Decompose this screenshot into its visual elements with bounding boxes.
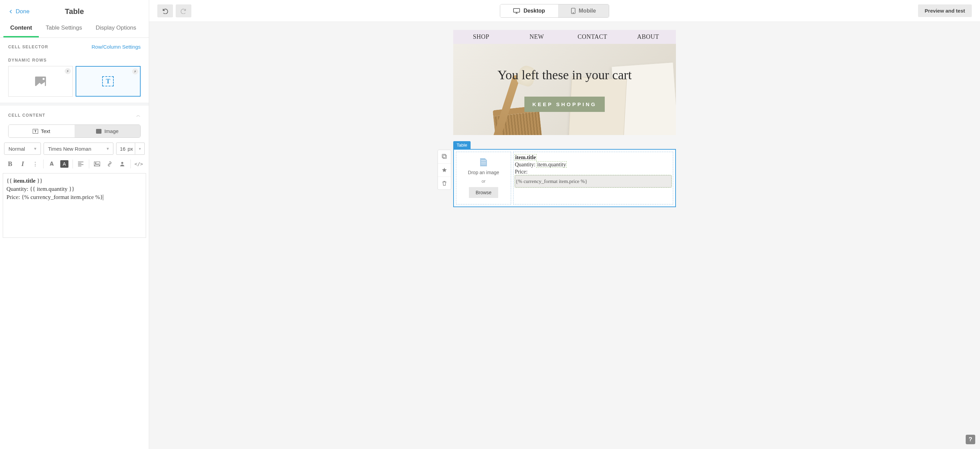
font-size-unit: px xyxy=(128,146,133,152)
drop-or-label: or xyxy=(482,179,485,184)
svg-point-5 xyxy=(95,163,96,163)
save-block-button[interactable] xyxy=(438,163,451,176)
canvas-area: Desktop Mobile Preview and test SHOP NEW… xyxy=(149,0,980,449)
redo-button[interactable] xyxy=(176,5,191,17)
undo-icon xyxy=(162,8,169,14)
dynamic-row-text-cell[interactable]: ⚡︎ T xyxy=(76,66,141,97)
editor-line: {{ item.title }} xyxy=(6,177,142,185)
person-icon xyxy=(119,161,125,167)
collapse-section-button[interactable]: ︿ xyxy=(136,112,141,118)
drop-image-label: Drop an image xyxy=(468,170,499,175)
file-icon xyxy=(480,158,487,167)
table-block[interactable]: Drop an image or Browse item.title Quant… xyxy=(453,149,676,207)
copy-icon xyxy=(442,154,447,159)
token-item-price: {% currency_format item.price %} xyxy=(515,175,671,187)
canvas-toolbar: Desktop Mobile Preview and test xyxy=(149,0,980,22)
bg-color-button[interactable]: A xyxy=(58,158,70,170)
tab-display-options[interactable]: Display Options xyxy=(89,20,143,37)
dynamic-row-image-cell[interactable]: ⚡︎ xyxy=(8,66,73,97)
tab-table-settings[interactable]: Table Settings xyxy=(39,20,89,37)
tab-content[interactable]: Content xyxy=(3,20,39,37)
table-block-tag: Table xyxy=(453,141,471,149)
text-type-icon: T xyxy=(33,129,38,134)
text-style-value: Normal xyxy=(8,146,25,152)
content-type-text-label: Text xyxy=(41,128,50,134)
content-type-text[interactable]: T Text xyxy=(8,125,75,137)
text-frame-icon: T xyxy=(102,76,114,86)
insert-personalization-button[interactable] xyxy=(116,158,128,170)
content-type-image[interactable]: Image xyxy=(75,125,141,137)
text-cell[interactable]: item.title Quantity: item.quantity Price… xyxy=(513,152,673,205)
panel-title: Table xyxy=(65,7,84,16)
image-icon xyxy=(94,162,100,167)
trash-icon xyxy=(442,181,447,186)
content-type-toggle: T Text Image xyxy=(8,124,141,138)
browse-button[interactable]: Browse xyxy=(469,187,498,198)
text-editor[interactable]: {{ item.title }} Quantity: {{ item.quant… xyxy=(3,173,146,238)
toolbar-separator xyxy=(89,160,89,168)
dynamic-rows-label: DYNAMIC ROWS xyxy=(8,58,141,63)
editor-line: Quantity: {{ item.quantity }} xyxy=(6,185,142,193)
svg-rect-11 xyxy=(442,154,446,158)
font-family-value: Times New Roman xyxy=(48,146,91,152)
hero-block[interactable]: You left these in your cart KEEP SHOPPIN… xyxy=(453,44,676,135)
toolbar-separator xyxy=(43,160,44,168)
block-floating-tools xyxy=(438,150,451,190)
font-family-select[interactable]: Times New Roman ▼ xyxy=(44,143,113,155)
desktop-icon xyxy=(513,8,520,14)
row-column-settings-link[interactable]: Row/Column Settings xyxy=(92,44,141,50)
font-size-dropdown[interactable]: ▾ xyxy=(135,143,145,155)
token-item-title: item.title xyxy=(515,154,536,160)
email-preview: SHOP NEW CONTACT ABOUT You left these in… xyxy=(453,30,676,449)
font-size-input[interactable]: 16 px xyxy=(116,143,135,155)
bolt-icon: ⚡︎ xyxy=(132,68,138,75)
duplicate-block-button[interactable] xyxy=(438,150,451,163)
delete-block-button[interactable] xyxy=(438,176,451,189)
device-switch: Desktop Mobile xyxy=(500,4,609,18)
done-label: Done xyxy=(16,8,30,15)
code-view-button[interactable]: </> xyxy=(133,158,145,170)
bolt-icon: ⚡︎ xyxy=(65,68,71,74)
more-format-button[interactable]: ⋮ xyxy=(29,158,41,170)
preview-and-test-button[interactable]: Preview and test xyxy=(918,5,972,17)
help-button[interactable]: ? xyxy=(966,435,975,444)
font-size-value: 16 xyxy=(120,146,126,152)
align-button[interactable] xyxy=(75,158,86,170)
cell-line: Quantity: item.quantity xyxy=(515,161,671,168)
insert-link-button[interactable] xyxy=(104,158,116,170)
caret-down-icon: ▼ xyxy=(33,147,37,151)
caret-down-icon: ▼ xyxy=(106,147,110,151)
italic-button[interactable]: I xyxy=(17,158,29,170)
insert-image-button[interactable] xyxy=(91,158,103,170)
cell-selector-label: CELL SELECTOR xyxy=(8,44,48,49)
svg-point-9 xyxy=(573,12,573,13)
cell-line: Price: {% currency_format item.price %} xyxy=(515,168,671,188)
device-desktop[interactable]: Desktop xyxy=(500,5,558,17)
mobile-icon xyxy=(571,8,576,14)
undo-button[interactable] xyxy=(158,5,173,17)
nav-shop[interactable]: SHOP xyxy=(453,30,509,44)
done-button[interactable]: Done xyxy=(8,8,30,15)
image-drop-cell[interactable]: Drop an image or Browse xyxy=(456,152,511,205)
email-nav: SHOP NEW CONTACT ABOUT xyxy=(453,30,676,44)
content-type-image-label: Image xyxy=(104,128,118,134)
text-color-button[interactable]: A xyxy=(46,158,57,170)
image-type-icon xyxy=(96,129,102,134)
device-mobile[interactable]: Mobile xyxy=(558,5,609,17)
hero-cta-button[interactable]: KEEP SHOPPING xyxy=(524,97,605,112)
text-toolbar: B I ⋮ A A </> xyxy=(0,155,149,173)
panel-tabs: Content Table Settings Display Options xyxy=(0,20,149,38)
toolbar-separator xyxy=(130,160,131,168)
toolbar-separator xyxy=(73,160,73,168)
nav-new[interactable]: NEW xyxy=(509,30,565,44)
device-mobile-label: Mobile xyxy=(579,8,596,14)
link-icon xyxy=(107,162,113,167)
redo-icon xyxy=(180,8,187,14)
bold-button[interactable]: B xyxy=(4,158,16,170)
text-style-select[interactable]: Normal ▼ xyxy=(4,143,41,155)
svg-point-6 xyxy=(121,162,123,164)
nav-about[interactable]: ABOUT xyxy=(620,30,676,44)
token-item-quantity: item.quantity xyxy=(537,162,566,167)
device-desktop-label: Desktop xyxy=(523,8,545,14)
nav-contact[interactable]: CONTACT xyxy=(565,30,620,44)
